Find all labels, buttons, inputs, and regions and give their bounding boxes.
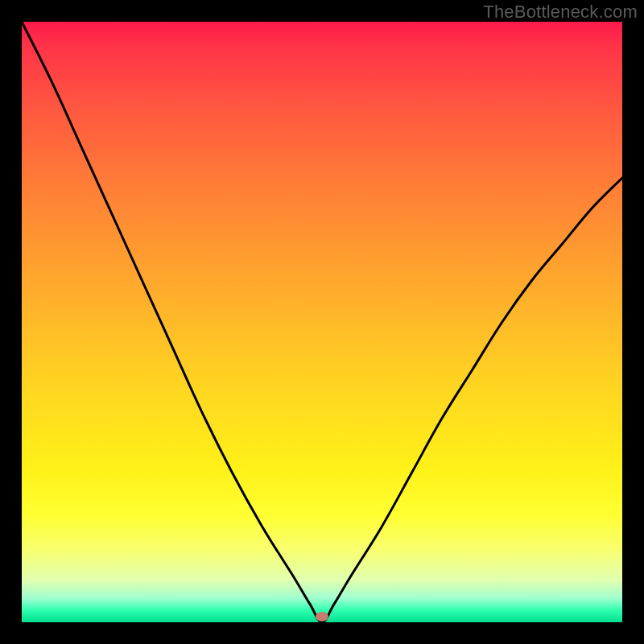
- bottleneck-curve-path: [22, 22, 622, 622]
- optimal-point-marker: [316, 612, 328, 621]
- bottleneck-curve: [22, 22, 622, 622]
- chart-plot-area: [22, 22, 622, 622]
- watermark-text: TheBottleneck.com: [483, 2, 638, 23]
